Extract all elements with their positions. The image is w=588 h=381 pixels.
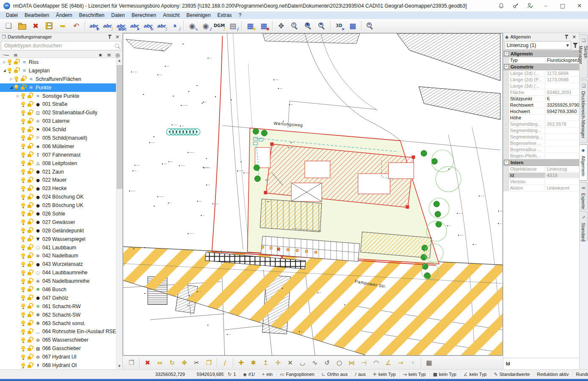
unlocked-icon[interactable] <box>28 337 33 343</box>
menu-item-beschriften[interactable]: Beschriften <box>76 12 108 19</box>
snap-options-toggle[interactable]: ▭Fangoptionen <box>276 371 318 378</box>
visibility-bulb-icon[interactable] <box>21 127 26 133</box>
object-selector[interactable]: Linienzug (1) ▼ <box>505 41 571 50</box>
unlocked-icon[interactable] <box>21 85 26 90</box>
point-type-toggle[interactable]: ✛kein Typ <box>369 371 399 378</box>
expander-icon[interactable]: ◢ <box>2 69 7 72</box>
menu-item-datei[interactable]: Datei <box>3 12 21 19</box>
user-verified-icon[interactable] <box>523 0 537 11</box>
tree-item[interactable]: ▨066 Gasschieber <box>0 344 117 353</box>
property-value[interactable]: 1172,6894 <box>545 71 579 76</box>
tree-item[interactable]: ⊗062 Schacht-SW <box>0 311 117 319</box>
side-tab-allgemein[interactable]: ◆Allgemein <box>580 144 588 181</box>
cleanup-icon[interactable]: ▦ <box>423 357 435 368</box>
section-header[interactable]: −Geometrie <box>503 64 579 70</box>
property-row[interactable]: Bogensehne ... <box>503 140 579 146</box>
tree-item[interactable]: ●025 Böschung UK <box>0 201 117 210</box>
map-viewport[interactable]: WartungswegPampower Str. <box>123 33 503 356</box>
fillet-icon[interactable]: ◠ <box>370 357 382 368</box>
linestyle-icon[interactable]: ·— <box>3 52 9 58</box>
close-polygon-icon[interactable]: ○ <box>333 357 345 368</box>
export-icon[interactable]: ➥ <box>56 20 69 32</box>
visibility-bulb-icon[interactable] <box>21 203 26 208</box>
tree-item[interactable]: ●021 Zaun <box>0 168 117 176</box>
unlocked-icon[interactable] <box>28 245 33 250</box>
layer-indicator-toggle[interactable]: ◆#1/ <box>239 371 258 378</box>
tree-item[interactable]: ◌041 Laubbaum <box>0 243 117 252</box>
visibility-bulb-icon[interactable] <box>21 236 26 242</box>
delete-vertex-icon[interactable]: ✕ <box>284 357 296 368</box>
tree-item[interactable]: ❊045 Nadelbaumreihe <box>0 277 117 285</box>
visibility-bulb-icon[interactable] <box>21 295 26 301</box>
visibility-bulb-icon[interactable] <box>21 270 26 276</box>
property-row[interactable]: Stützpunkt6 <box>503 96 579 102</box>
tree-item[interactable]: ●028 Geländepunkt <box>0 226 117 235</box>
find-object-icon[interactable]: ➤ <box>363 20 377 32</box>
tree-item[interactable]: ◢≋Lageplan <box>0 66 117 75</box>
unlocked-icon[interactable] <box>28 110 33 116</box>
refresh-toggle[interactable]: ↻1 <box>224 371 239 378</box>
unlocked-icon[interactable] <box>28 346 33 351</box>
zoom-previous-icon[interactable]: ↓ <box>288 20 301 32</box>
scroll-thumb[interactable] <box>117 65 122 189</box>
notifications-bell-icon[interactable] <box>494 0 508 11</box>
tree-item[interactable]: ◫002 Straßenablauf-Gully <box>0 108 117 117</box>
arc-icon[interactable]: ◡ <box>296 357 309 368</box>
maximize-button[interactable]: □ <box>554 0 571 11</box>
property-row[interactable]: Rechtswert33255925,9790 <box>503 102 579 108</box>
unlocked-icon[interactable] <box>28 304 33 309</box>
visibility-bulb-icon[interactable] <box>7 68 12 73</box>
visibility-bulb-icon[interactable] <box>21 329 26 334</box>
visibility-bulb-icon[interactable] <box>21 169 26 174</box>
license-key-icon[interactable] <box>508 0 523 11</box>
property-row[interactable]: TypFlurstücksgrenze <box>503 57 579 64</box>
delete-icon[interactable]: ✖ <box>141 357 154 368</box>
tree-item[interactable]: ●026 Sohle <box>0 210 117 218</box>
collapse-minus-icon[interactable]: − <box>504 160 509 165</box>
property-row[interactable]: Länge (2d) (P...1173,0588 <box>503 77 579 83</box>
unlocked-icon[interactable] <box>28 262 33 267</box>
split-icon[interactable]: ⊣ <box>358 357 370 368</box>
new-document-icon[interactable]: ❏ <box>2 20 15 32</box>
tree-item[interactable]: ●024 Böschung OK <box>0 193 117 201</box>
favorites-star-icon[interactable]: ★ <box>98 52 103 58</box>
tree-item[interactable]: ❊042 Nadelbaum <box>0 251 117 260</box>
open-folder-icon[interactable] <box>15 20 29 32</box>
visibility-bulb-icon[interactable] <box>21 312 26 318</box>
property-row[interactable]: Länge (3d) (... <box>503 83 579 89</box>
visibility-bulb-icon[interactable] <box>21 245 26 250</box>
property-row[interactable]: Version <box>503 179 579 185</box>
zoom-window-icon[interactable]: ✱ <box>315 20 329 32</box>
tree-item[interactable]: ↥007 Fahnenmast <box>0 151 117 159</box>
angle-type-toggle[interactable]: ∠kein Typ <box>460 371 490 378</box>
visibility-bulb-icon[interactable] <box>21 354 26 360</box>
unlocked-icon[interactable] <box>28 236 33 242</box>
visibility-bulb-icon[interactable] <box>21 363 26 368</box>
unlocked-icon[interactable] <box>28 169 33 174</box>
close-document-icon[interactable]: ✖ <box>29 20 42 32</box>
tree-item[interactable]: ↟068 Hydrant OI <box>0 361 117 369</box>
collapse-minus-icon[interactable]: − <box>504 51 509 56</box>
visibility-bulb-icon[interactable] <box>21 279 26 284</box>
move-vertex-icon[interactable]: ↥ <box>259 357 272 368</box>
visibility-bulb-icon[interactable] <box>21 144 26 149</box>
tree-item[interactable]: ⊗063 Schacht sonst. <box>0 319 117 328</box>
unlocked-icon[interactable] <box>28 194 33 200</box>
visibility-bulb-icon[interactable] <box>21 186 26 191</box>
tree-item[interactable]: ⊖065 Wasserschieber <box>0 336 117 344</box>
property-row[interactable]: ObjektklasseLinienzug <box>503 166 579 172</box>
property-row[interactable]: Segmentsteig... <box>503 134 579 140</box>
expander-icon[interactable]: ◢ <box>8 86 14 89</box>
menu-item-ansicht[interactable]: Ansicht <box>160 12 183 19</box>
tree-item[interactable]: ●001 Straße <box>0 100 117 108</box>
unlocked-icon[interactable] <box>28 203 33 208</box>
tree-item[interactable]: ⚑004 Schild <box>0 125 117 134</box>
reverse-icon[interactable]: ↺ <box>321 357 333 368</box>
property-value[interactable]: 33255925,9790 <box>545 102 579 108</box>
label-edit-icon[interactable]: abc∕ <box>100 20 114 32</box>
property-row[interactable]: Bogenradius ... <box>503 146 579 153</box>
defaults-pen-toggle[interactable]: ✎Standardwerte <box>490 371 533 378</box>
pan-icon[interactable]: ✥ <box>274 20 288 32</box>
menu-item-bereinigen[interactable]: Bereinigen <box>183 12 214 19</box>
tree-item[interactable]: ▷≋Schraffuren/Flächen <box>0 75 117 83</box>
